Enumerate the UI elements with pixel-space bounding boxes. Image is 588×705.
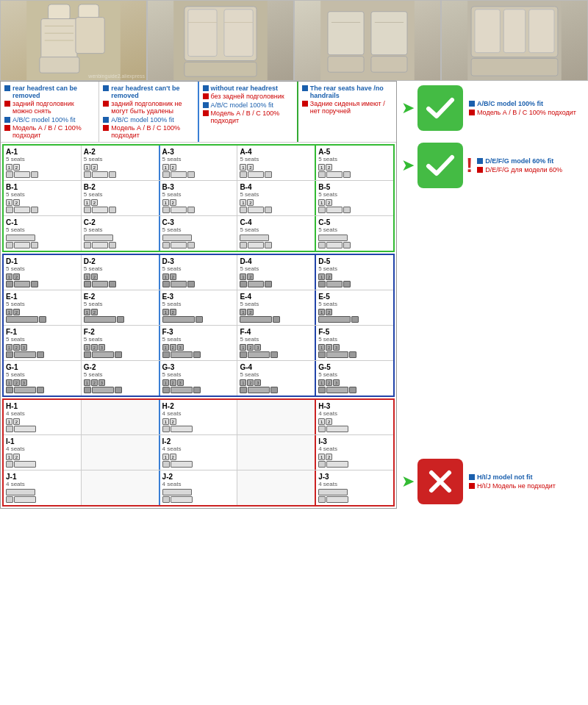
svg-rect-20	[371, 57, 407, 73]
dot-red-3	[203, 93, 209, 99]
fit-text-hij: H/I/J model not fit Н/I/J Модель не подх…	[469, 473, 556, 490]
cell-d3: D-3 5 seats 1 2	[160, 255, 238, 290]
row-e: E-1 5 seats 1 2	[4, 290, 393, 326]
cell-g5: G-5 5 seats 1 2 3	[316, 361, 393, 396]
col2-desc-en: rear headrest can't be removed	[111, 85, 193, 99]
cell-e5: E-5 5 seats 1 2	[316, 290, 393, 325]
row-b: B-1 5 seats 1 2	[4, 181, 393, 216]
fit-defg-en: D/E/F/G model 60% fit	[485, 157, 553, 165]
dot-red-fit3	[469, 483, 475, 489]
cell-a1-seats: 5 seats	[6, 156, 79, 162]
cell-a1-diagram: 1 2	[6, 164, 79, 178]
cell-f3-label: F-3	[162, 328, 235, 336]
cell-a3: A-3 5 seats 1 2	[160, 146, 238, 180]
cell-e3: E-3 5 seats 1 2	[160, 290, 238, 325]
cell-j4-empty	[237, 470, 316, 505]
fit-block-defg: ➤ ! D/E/F/G model 60% fit	[401, 143, 584, 188]
cell-j2-empty	[82, 470, 160, 505]
cell-d3-label: D-3	[162, 257, 235, 265]
fit-text-abc: A/B/C model 100% fit Модель А / В / С 10…	[469, 100, 576, 116]
row-a: A-1 5 seats 1 2	[4, 146, 393, 181]
cell-a2-seats: 5 seats	[84, 156, 157, 162]
right-section: ➤ A/B/C model 100% fit Модель А / В / С …	[397, 81, 588, 509]
cell-i2-empty	[82, 435, 160, 470]
svg-rect-25	[475, 10, 500, 53]
cell-c2: C-2 5 seats	[82, 216, 160, 251]
dot-blue-4	[302, 85, 308, 91]
cell-b4-label: B-4	[240, 183, 312, 191]
cell-e3-label: E-3	[162, 293, 235, 301]
cell-a1: A-1 5 seats 1 2	[4, 146, 82, 180]
fit-abc-ru: Модель А / В / С 100% подходит	[477, 109, 576, 116]
col2-model-ru: Модель А / В / С 100% подходит	[111, 124, 193, 139]
col4-desc-ru: Задние сиденья имеют / нет поручней	[310, 100, 392, 115]
cell-d5: D-5 5 seats 1 2	[316, 255, 393, 290]
fit-defg-ru: D/E/F/G для модели 60%	[485, 166, 562, 173]
fit-block-abc: ➤ A/B/C model 100% fit Модель А / В / С …	[401, 85, 584, 131]
fit-block-hij: ➤ H/I/J model not fit Н/I/J Модель не по…	[401, 459, 584, 504]
cell-a5-label: A-5	[318, 148, 391, 156]
cell-f1-label: F-1	[6, 328, 79, 336]
cell-h2: H-2 4 seats 1 2	[160, 400, 238, 434]
cell-d5-label: D-5	[318, 257, 391, 265]
col3-desc-en: without rear headrest	[211, 85, 279, 92]
cell-e4-label: E-4	[240, 293, 312, 301]
header-col1-en: rear headrest can be removed	[4, 85, 95, 99]
header-col3: without rear headrest без задней подголо…	[199, 82, 298, 142]
arrow-right-1: ➤	[401, 99, 415, 118]
cell-e1-label: E-1	[6, 293, 79, 301]
arrow-right-2: ➤	[401, 156, 415, 175]
dot-blue-2b	[103, 117, 109, 123]
fit-text-defg: D/E/F/G model 60% fit D/E/F/G для модели…	[477, 157, 562, 173]
row-g: G-1 5 seats 1 2 3	[4, 361, 393, 396]
cell-a4-seats: 5 seats	[240, 156, 312, 162]
fit-hij-en: H/I/J model not fit	[477, 473, 533, 481]
cell-e5-label: E-5	[318, 293, 391, 301]
fit-hij-ru: Н/I/J Модель не подходит	[477, 482, 556, 490]
dot-red-fit2	[477, 167, 483, 173]
cell-b2-label: B-2	[84, 183, 157, 191]
bench-icon	[14, 171, 30, 178]
dot-blue-3	[203, 85, 209, 91]
svg-rect-1	[49, 4, 70, 21]
cell-c5-label: C-5	[318, 218, 391, 226]
cell-f2: F-2 5 seats 1 2 3	[82, 326, 160, 360]
col3-model-ru: Модель А / В / С 100% подходит	[211, 110, 293, 124]
cell-f4-label: F-4	[240, 328, 312, 336]
cell-d2: D-2 5 seats 1 2	[82, 255, 160, 290]
svg-rect-28	[471, 59, 558, 76]
cell-j2-label: J-2	[162, 473, 235, 481]
cell-d1: D-1 5 seats 1 2	[4, 255, 82, 290]
dot-red-1b	[4, 125, 10, 131]
header-col1: rear headrest can be removed задний подг…	[1, 82, 99, 142]
row-h: H-1 4 seats 1 2	[4, 400, 393, 435]
dot-red-3b	[203, 110, 209, 116]
cell-h3: H-3 4 seats 1 2	[316, 400, 393, 434]
cell-d4: D-4 5 seats 1 2	[237, 255, 316, 290]
cell-e2: E-2 5 seats 1 2	[82, 290, 160, 325]
cell-a5-seats: 5 seats	[318, 156, 391, 162]
dot-red-fit1	[469, 110, 475, 115]
cell-c1: C-1 5 seats	[4, 216, 82, 251]
col2-desc-ru: задний подголовник не могут быть удалены	[111, 100, 193, 115]
cell-g4-label: G-4	[240, 363, 312, 371]
header-col1-model-en: A/B/C model 100% fit	[4, 116, 95, 124]
svg-rect-11	[188, 10, 217, 57]
headers-row: rear headrest can be removed задний подг…	[1, 82, 396, 143]
cell-b3: B-3 5 seats 1 2	[160, 181, 238, 215]
cell-e2-label: E-2	[84, 293, 157, 301]
cell-i3-label: I-3	[318, 437, 391, 445]
cell-g1-label: G-1	[6, 363, 79, 371]
col2-model-en: A/B/C model 100% fit	[111, 116, 174, 124]
cell-g1: G-1 5 seats 1 2 3	[4, 361, 82, 396]
cell-a4: A-4 5 seats 1 2	[237, 146, 316, 180]
row-d: D-1 5 seats 1 2	[4, 255, 393, 290]
cell-b2: B-2 5 seats 1 2	[82, 181, 160, 215]
row-c: C-1 5 seats	[4, 216, 393, 251]
cell-g5-label: G-5	[318, 363, 391, 371]
svg-rect-7	[79, 4, 98, 19]
seat-icon-sm	[31, 171, 38, 178]
cell-h2-empty	[82, 400, 160, 434]
svg-rect-19	[328, 57, 364, 73]
cell-h4-empty	[237, 400, 316, 434]
